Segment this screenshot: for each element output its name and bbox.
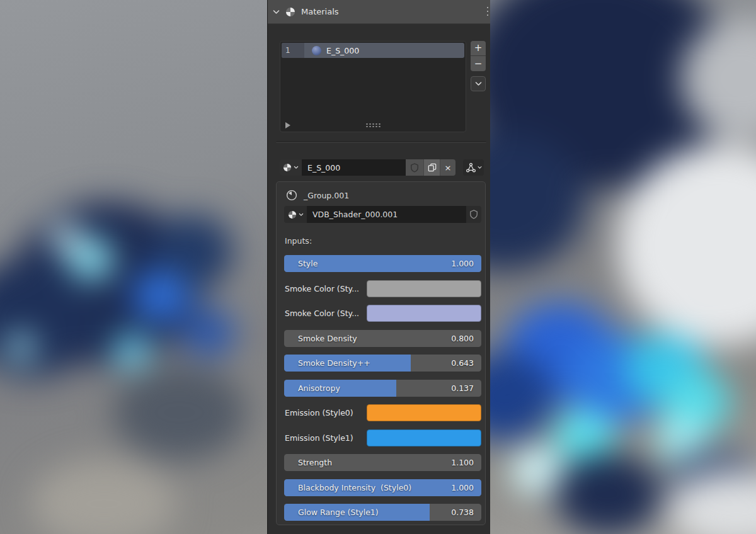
- slider-label: Glow Range (Style1): [298, 508, 379, 517]
- collapse-chevron-icon[interactable]: [273, 9, 280, 14]
- drag-dots-icon[interactable]: [486, 6, 489, 18]
- slider-label: Blackbody Intensity (Style0): [298, 483, 411, 492]
- group-name: _Group.001: [304, 191, 349, 200]
- node-tree-icon: [466, 162, 476, 173]
- shield-icon: [410, 163, 419, 173]
- chevron-down-icon: [299, 213, 304, 217]
- slider-label: Anisotropy: [298, 383, 340, 393]
- input-slider[interactable]: Smoke Density0.800: [284, 330, 481, 347]
- filter-toggle-icon[interactable]: [285, 122, 290, 128]
- slot-material-name: E_S_000: [326, 46, 359, 55]
- slider-value: 0.800: [451, 334, 474, 343]
- color-swatch[interactable]: [367, 305, 481, 322]
- new-material-button[interactable]: [423, 159, 440, 176]
- material-slot-list[interactable]: 1 E_S_000: [280, 41, 466, 132]
- slider-value: 1.100: [451, 458, 474, 467]
- color-swatch[interactable]: [367, 429, 481, 446]
- input-slider[interactable]: Smoke Density++0.643: [284, 355, 481, 372]
- group-inputs-rows: Style1.000Smoke Color (Sty...Smoke Color…: [284, 255, 481, 521]
- resize-grip-icon[interactable]: [365, 123, 381, 128]
- input-color-row: Smoke Color (Sty...: [284, 305, 481, 322]
- material-slot-row[interactable]: 1 E_S_000: [282, 43, 464, 58]
- slot-index: 1: [282, 43, 304, 58]
- node-group-subpanel: _Group.001 VDB_Shader_000.001 Inp: [276, 181, 486, 525]
- color-label: Smoke Color (Sty...: [284, 284, 367, 293]
- slider-value: 0.643: [451, 358, 474, 368]
- input-slider[interactable]: Anisotropy0.137: [284, 380, 481, 397]
- material-sphere-icon: [285, 7, 295, 17]
- color-swatch[interactable]: [367, 280, 481, 297]
- slider-value: 0.137: [451, 383, 474, 393]
- color-label: Smoke Color (Sty...: [284, 309, 367, 318]
- slot-specials-button[interactable]: [471, 76, 486, 91]
- inputs-heading: Inputs:: [285, 236, 481, 246]
- input-color-row: Emission (Style1): [284, 429, 481, 446]
- chevron-down-icon: [294, 166, 299, 169]
- panel-title: Materials: [301, 7, 339, 16]
- slider-label: Style: [298, 259, 318, 268]
- slider-label: Smoke Density++: [298, 358, 370, 368]
- slider-label: Smoke Density: [298, 334, 357, 343]
- duplicate-icon: [428, 163, 437, 172]
- input-slider[interactable]: Strength1.100: [284, 454, 481, 471]
- panel-header[interactable]: Materials: [268, 0, 490, 24]
- shader-fake-user-toggle[interactable]: [466, 206, 481, 223]
- input-slider[interactable]: Style1.000: [284, 255, 481, 272]
- slider-value: 1.000: [451, 483, 474, 492]
- material-name-field[interactable]: E_S_000: [302, 159, 406, 176]
- input-slider[interactable]: Blackbody Intensity (Style0)1.000: [284, 479, 481, 496]
- input-color-row: Emission (Style0): [284, 404, 481, 421]
- remove-slot-button[interactable]: −: [471, 56, 486, 71]
- material-sphere-icon: [283, 163, 292, 172]
- input-slider[interactable]: Glow Range (Style1)0.738: [284, 504, 481, 521]
- slider-value: 0.738: [451, 508, 474, 517]
- color-label: Emission (Style0): [284, 408, 367, 418]
- material-preview-ball-icon: [312, 46, 321, 55]
- separator: [276, 141, 486, 143]
- add-slot-button[interactable]: +: [471, 41, 486, 56]
- chevron-down-icon: [478, 166, 482, 169]
- slider-label: Strength: [298, 458, 332, 467]
- shader-name-field[interactable]: VDB_Shader_000.001: [307, 206, 466, 223]
- material-sphere-icon: [288, 210, 297, 219]
- shield-icon: [469, 210, 478, 219]
- nodetree-dropdown-button[interactable]: [463, 159, 484, 176]
- browse-material-button[interactable]: [280, 159, 302, 176]
- sphere-outline-icon: [286, 190, 297, 201]
- color-label: Emission (Style1): [284, 433, 367, 443]
- color-swatch[interactable]: [367, 404, 481, 421]
- screenshot-root: Materials 1 E_S_000 + −: [0, 0, 756, 534]
- materials-panel: Materials 1 E_S_000 + −: [267, 0, 490, 534]
- browse-shader-button[interactable]: [284, 206, 307, 223]
- chevron-down-icon: [475, 81, 482, 86]
- unlink-material-button[interactable]: ×: [440, 159, 455, 176]
- slider-value: 1.000: [451, 259, 474, 268]
- input-color-row: Smoke Color (Sty...: [284, 280, 481, 297]
- fake-user-toggle[interactable]: [406, 159, 423, 176]
